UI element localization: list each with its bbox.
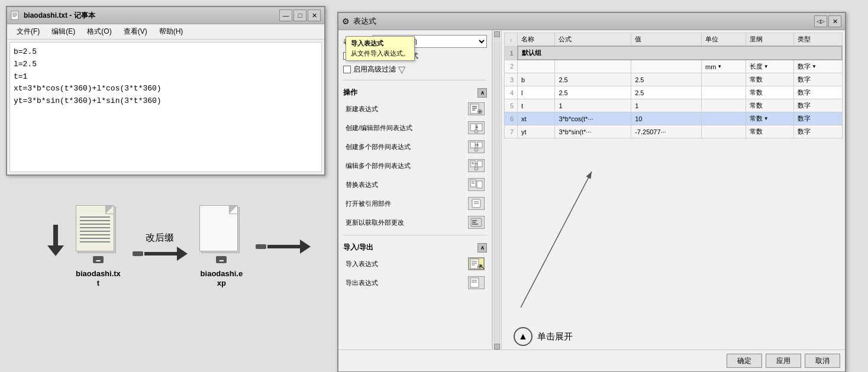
row-num-6: 6	[505, 112, 518, 125]
sidebar-scrollbar[interactable]	[492, 30, 502, 350]
svg-rect-29	[477, 181, 482, 188]
action-import-expr[interactable]: 导入表达式 ↖	[343, 256, 487, 271]
notepad-menubar: 文件(F) 编辑(E) 格式(O) 查看(V) 帮助(H)	[7, 24, 324, 40]
row6-category-dropdown[interactable]: 常数 ▼	[750, 114, 790, 123]
action-replace-expr[interactable]: 替换表达式	[343, 177, 487, 192]
expr-nav-button[interactable]: ◁▷	[814, 15, 827, 27]
expr-table-container[interactable]: ↑ 名称 公式 值 单位 里纲 类型 1	[502, 30, 845, 324]
col-type[interactable]: 类型	[794, 33, 842, 47]
action-create-multi-btn[interactable]	[468, 140, 485, 153]
menu-help[interactable]: 帮助(H)	[153, 25, 189, 38]
maximize-button[interactable]: □	[293, 9, 306, 21]
table-row-selected[interactable]: 6 xt 3*b*cos(t*··· 10 常数 ▼ 数字	[505, 112, 843, 125]
row7-value: -7.25077···	[631, 125, 702, 138]
action-edit-multi-btn[interactable]	[468, 159, 485, 172]
notepad-window: biaodashi.txt - 记事本 — □ ✕ 文件(F) 编辑(E) 格式…	[6, 6, 325, 176]
import-expr-btn[interactable]: ↖	[468, 257, 485, 270]
action-new-expr[interactable]: 新建表达式	[343, 101, 487, 117]
expr-titlebar-controls[interactable]: ◁▷ ✕	[814, 15, 841, 27]
action-open-ref-btn[interactable]	[468, 197, 485, 210]
menu-file[interactable]: 文件(F)	[11, 25, 46, 38]
enable-filter-checkbox[interactable]	[343, 66, 351, 73]
row5-formula: 1	[555, 99, 631, 112]
import-expr-label: 导入表达式	[346, 260, 378, 269]
action-open-ref[interactable]: 打开被引用部件	[343, 196, 487, 211]
type-dropdown-arrow-icon[interactable]: ▼	[812, 64, 817, 69]
col-formula[interactable]: 公式	[555, 33, 631, 47]
notepad-content[interactable]: b=2.5 l=2.5 t=1 xt=3*b*cos(t*360)+l*cos(…	[9, 42, 322, 172]
action-edit-multi[interactable]: 编辑多个部件间表达式	[343, 158, 487, 173]
col-num: ↑	[505, 33, 518, 47]
action-create-edit-btn[interactable]	[468, 121, 485, 134]
group-name-1: 默认组	[518, 46, 843, 60]
code-line-4: xt=3*b*cos(t*360)+l*cos(3*t*360)	[14, 83, 318, 95]
row2-type[interactable]: 数字 ▼	[794, 60, 842, 73]
gear-icon: ⚙	[342, 17, 350, 26]
change-suffix-label: 改后缀	[146, 232, 174, 244]
category-dropdown-arrow-icon[interactable]: ▼	[764, 64, 769, 69]
row3-category: 常数	[746, 73, 793, 86]
expr-close-button[interactable]: ✕	[828, 15, 841, 27]
row6-cat-dropdown-arrow-icon[interactable]: ▼	[764, 116, 769, 121]
circle-arrow-icon: ▲	[514, 327, 533, 346]
row7-name: yt	[518, 125, 555, 138]
row6-category[interactable]: 常数 ▼	[746, 112, 793, 125]
action-update-ext[interactable]: 更新以获取外部更改	[343, 215, 487, 230]
action-open-ref-label: 打开被引用部件	[346, 199, 391, 208]
row2-unit[interactable]: mm ▼	[701, 60, 746, 73]
notepad-titlebar: biaodashi.txt - 记事本 — □ ✕	[7, 7, 324, 24]
type-dropdown[interactable]: 数字 ▼	[798, 62, 838, 71]
action-update-ext-btn[interactable]	[468, 216, 485, 229]
menu-format[interactable]: 格式(O)	[81, 25, 117, 38]
notepad-title-left: biaodashi.txt - 记事本	[11, 11, 95, 21]
table-row[interactable]: 2 mm ▼	[505, 60, 843, 73]
left-panel: biaodashi.txt - 记事本 — □ ✕ 文件(F) 编辑(E) 格式…	[6, 6, 325, 293]
menu-view[interactable]: 查看(V)	[118, 25, 153, 38]
row3-name: b	[518, 73, 555, 86]
import-export-collapse-btn[interactable]: ∧	[477, 243, 487, 253]
action-replace-btn[interactable]	[468, 178, 485, 191]
file-icon-exp: ▬ biaodashi.e xp	[199, 205, 244, 287]
category-value: 长度	[750, 62, 763, 71]
table-row[interactable]: 4 l 2.5 2.5 常数 数字	[505, 86, 843, 99]
table-row[interactable]: 1 默认组	[505, 46, 843, 60]
col-name[interactable]: 名称	[518, 33, 555, 47]
action-create-edit-between[interactable]: 创建/编辑部件间表达式	[343, 120, 487, 135]
minimize-button[interactable]: —	[279, 9, 292, 21]
notepad-controls[interactable]: — □ ✕	[279, 9, 321, 21]
arrow-down-shaft	[53, 225, 58, 245]
action-new-expr-btn[interactable]	[468, 102, 485, 115]
export-expr-label: 导出表达式	[346, 279, 378, 287]
row-num-7: 7	[505, 125, 518, 138]
unit-dropdown[interactable]: mm ▼	[705, 63, 742, 70]
export-expr-btn[interactable]	[468, 276, 485, 289]
table-row[interactable]: 7 yt 3*b*sin(t*··· -7.25077··· 常数 数字	[505, 125, 843, 138]
row6-name: xt	[518, 112, 555, 125]
apply-button[interactable]: 应用	[766, 354, 801, 368]
import-export-label: 导入/导出	[343, 242, 373, 253]
expr-window: ⚙ 表达式 ◁▷ ✕ 表达式组 仅显示活动的 显示锁定的公式表达式	[337, 12, 846, 372]
close-button[interactable]: ✕	[308, 9, 321, 21]
action-create-multi[interactable]: 创建多个部件间表达式	[343, 139, 487, 154]
unit-dropdown-arrow-icon[interactable]: ▼	[717, 64, 722, 69]
sort-arrow-icon: ↑	[510, 38, 512, 43]
operations-collapse-btn[interactable]: ∧	[477, 88, 487, 98]
table-row[interactable]: 3 b 2.5 2.5 常数 数字	[505, 73, 843, 86]
category-dropdown[interactable]: 长度 ▼	[750, 62, 790, 71]
ok-button[interactable]: 确定	[727, 354, 762, 368]
row3-unit	[701, 73, 746, 86]
row2-name	[518, 60, 555, 73]
col-unit[interactable]: 单位	[701, 33, 746, 47]
code-line-2: l=2.5	[14, 59, 318, 71]
table-row[interactable]: 5 t 1 1 常数 数字	[505, 99, 843, 112]
row5-type: 数字	[794, 99, 842, 112]
col-value[interactable]: 值	[631, 33, 702, 47]
row2-category[interactable]: 长度 ▼	[746, 60, 793, 73]
action-export-expr[interactable]: 导出表达式	[343, 275, 487, 290]
row7-unit	[701, 125, 746, 138]
col-category[interactable]: 里纲	[746, 33, 793, 47]
unit-value: mm	[705, 63, 716, 70]
row-num-1: 1	[505, 46, 518, 60]
cancel-button[interactable]: 取消	[805, 354, 840, 368]
menu-edit[interactable]: 编辑(E)	[46, 25, 81, 38]
